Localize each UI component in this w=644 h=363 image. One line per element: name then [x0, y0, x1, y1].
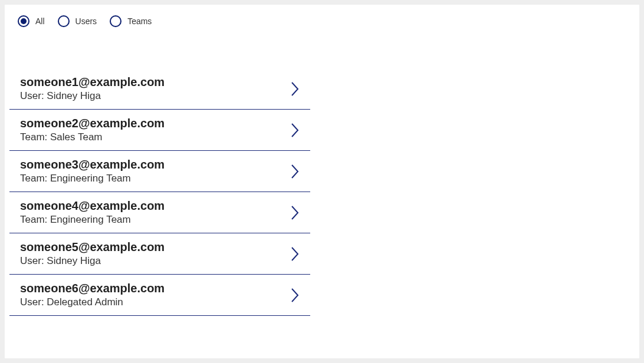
list-item[interactable]: someone2@example.com Team: Sales Team	[9, 110, 310, 151]
chevron-right-icon	[289, 122, 302, 138]
list-item-texts: someone2@example.com Team: Sales Team	[20, 117, 165, 143]
list-item-email: someone1@example.com	[20, 75, 165, 89]
list-item-subtitle: User: Sidney Higa	[20, 255, 165, 267]
filter-radio-all[interactable]: All	[18, 15, 45, 27]
filter-label-all: All	[35, 16, 45, 26]
main-panel: All Users Teams someone1@example.com Use…	[5, 5, 639, 358]
list-item-email: someone6@example.com	[20, 282, 165, 295]
chevron-right-icon	[289, 81, 302, 97]
radio-icon	[18, 15, 29, 27]
list-item-email: someone4@example.com	[20, 199, 165, 213]
list-item[interactable]: someone1@example.com User: Sidney Higa	[9, 68, 310, 110]
list-item-subtitle: User: Delegated Admin	[20, 296, 165, 308]
list-item[interactable]: someone5@example.com User: Sidney Higa	[9, 233, 310, 275]
chevron-right-icon	[289, 246, 302, 262]
chevron-right-icon	[289, 287, 302, 303]
list-item-email: someone2@example.com	[20, 117, 165, 130]
filter-label-teams: Teams	[127, 16, 152, 26]
list-item-texts: someone3@example.com Team: Engineering T…	[20, 158, 165, 184]
chevron-right-icon	[289, 163, 302, 180]
scroll-spacer	[9, 316, 310, 354]
list-item-texts: someone6@example.com User: Delegated Adm…	[20, 282, 165, 308]
list-item-subtitle: Team: Engineering Team	[20, 214, 165, 226]
list-item[interactable]: someone3@example.com Team: Engineering T…	[9, 151, 310, 192]
filter-radio-group: All Users Teams	[5, 5, 639, 27]
list-item[interactable]: someone4@example.com Team: Engineering T…	[9, 192, 310, 233]
list-item-subtitle: Team: Engineering Team	[20, 173, 165, 184]
results-scroll-area[interactable]: someone1@example.com User: Sidney Higa s…	[9, 68, 310, 354]
chevron-right-icon	[289, 204, 302, 221]
list-item-email: someone3@example.com	[20, 158, 165, 171]
filter-label-users: Users	[75, 16, 97, 26]
filter-radio-users[interactable]: Users	[58, 15, 97, 27]
results-list: someone1@example.com User: Sidney Higa s…	[9, 68, 310, 354]
radio-selected-dot-icon	[21, 18, 27, 24]
list-item-texts: someone4@example.com Team: Engineering T…	[20, 199, 165, 226]
list-item-email: someone5@example.com	[20, 240, 165, 254]
filter-radio-teams[interactable]: Teams	[110, 15, 152, 27]
list-item-texts: someone5@example.com User: Sidney Higa	[20, 240, 165, 267]
list-item-subtitle: User: Sidney Higa	[20, 90, 165, 102]
list-item[interactable]: someone6@example.com User: Delegated Adm…	[9, 275, 310, 316]
radio-icon	[110, 15, 121, 27]
list-item-texts: someone1@example.com User: Sidney Higa	[20, 75, 165, 102]
list-item-subtitle: Team: Sales Team	[20, 131, 165, 143]
radio-icon	[58, 15, 70, 27]
